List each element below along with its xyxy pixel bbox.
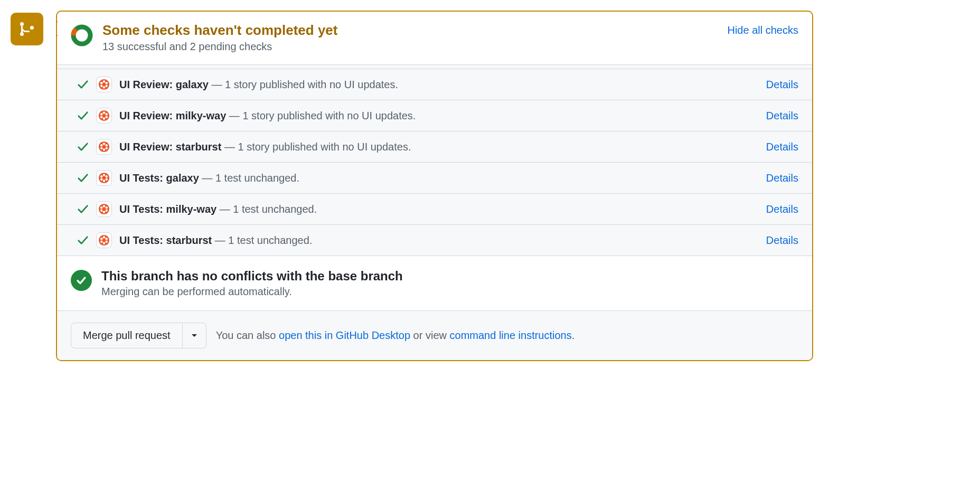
check-app-avatar (96, 232, 112, 248)
command-line-instructions-link[interactable]: command line instructions (450, 329, 572, 341)
check-desc: — 1 test unchanged. (199, 172, 299, 184)
check-desc: — 1 test unchanged. (216, 203, 317, 215)
svg-point-29 (100, 175, 102, 177)
checks-subtitle: 13 successful and 2 pending checks (102, 41, 718, 53)
check-desc: — 1 story published with no UI updates. (226, 110, 416, 121)
timeline-merge-badge (11, 13, 43, 45)
checks-header: Some checks haven't completed yet 13 suc… (57, 12, 812, 64)
check-name: UI Tests: starburst (119, 234, 212, 246)
check-success-icon (77, 172, 89, 184)
check-row: UI Review: galaxy — 1 story published wi… (57, 69, 812, 100)
check-app-avatar (96, 139, 112, 155)
merge-pull-request-button[interactable]: Merge pull request (71, 323, 183, 348)
merge-status-subtitle: Merging can be performed automatically. (101, 286, 403, 298)
check-app-avatar (96, 201, 112, 217)
hint-suffix: . (572, 329, 575, 341)
success-circle-icon (71, 270, 92, 291)
check-name: UI Tests: milky-way (119, 203, 216, 215)
check-text: UI Tests: milky-way — 1 test unchanged. (119, 203, 759, 215)
check-details-link[interactable]: Details (766, 203, 798, 215)
merge-button-group: Merge pull request (71, 323, 206, 348)
svg-point-3 (103, 80, 105, 82)
chromatic-icon (98, 203, 110, 215)
check-details-link[interactable]: Details (766, 141, 798, 153)
check-desc: — 1 test unchanged. (212, 234, 312, 246)
chromatic-icon (98, 141, 110, 153)
svg-point-21 (100, 147, 102, 149)
check-name: UI Review: milky-way (119, 110, 226, 121)
svg-point-32 (106, 206, 108, 209)
svg-point-17 (103, 143, 105, 145)
hint-prefix: You can also (216, 329, 279, 341)
check-row: UI Review: milky-way — 1 story published… (57, 100, 812, 131)
svg-point-11 (106, 113, 108, 115)
check-success-icon (77, 234, 89, 246)
svg-point-41 (103, 242, 105, 244)
check-details-link[interactable]: Details (766, 234, 798, 247)
check-text: UI Tests: galaxy — 1 test unchanged. (119, 172, 759, 184)
svg-point-38 (103, 236, 105, 238)
svg-point-12 (106, 116, 108, 118)
svg-point-35 (100, 210, 102, 212)
svg-point-19 (106, 147, 108, 149)
checks-donut-icon (71, 24, 93, 46)
check-text: UI Review: starburst — 1 story published… (119, 141, 759, 153)
merge-panel: Some checks haven't completed yet 13 suc… (56, 11, 813, 361)
check-text: UI Review: galaxy — 1 story published wi… (119, 79, 759, 91)
svg-point-28 (100, 178, 102, 181)
check-app-avatar (96, 77, 112, 92)
chromatic-icon (98, 234, 110, 246)
svg-point-18 (106, 144, 108, 146)
svg-point-14 (100, 116, 102, 118)
check-name: UI Review: galaxy (119, 79, 209, 90)
check-text: UI Tests: starburst — 1 test unchanged. (119, 234, 759, 247)
chromatic-icon (98, 79, 110, 90)
svg-point-6 (103, 86, 105, 88)
check-row: UI Tests: milky-way — 1 test unchanged. … (57, 194, 812, 225)
svg-point-42 (100, 241, 102, 243)
open-github-desktop-link[interactable]: open this in GitHub Desktop (279, 329, 410, 341)
check-success-icon (77, 203, 89, 215)
check-desc: — 1 story published with no UI updates. (209, 79, 398, 90)
check-app-avatar (96, 170, 112, 186)
check-success-icon (77, 141, 89, 153)
svg-point-10 (103, 111, 105, 114)
svg-point-33 (106, 210, 108, 212)
svg-point-4 (106, 82, 108, 84)
svg-point-36 (100, 206, 102, 209)
chromatic-icon (98, 172, 110, 184)
svg-point-31 (103, 205, 105, 207)
svg-point-22 (100, 144, 102, 146)
svg-point-13 (103, 117, 105, 119)
checks-list-top-sliver (57, 65, 812, 69)
check-row: UI Tests: starburst — 1 test unchanged. … (57, 225, 812, 256)
svg-point-5 (106, 85, 108, 87)
check-row: UI Tests: galaxy — 1 test unchanged. Det… (57, 163, 812, 194)
check-text: UI Review: milky-way — 1 story published… (119, 110, 759, 122)
hint-mid: or view (410, 329, 449, 341)
git-merge-icon (18, 21, 35, 37)
check-details-link[interactable]: Details (766, 110, 798, 122)
svg-point-39 (106, 238, 108, 240)
svg-point-8 (100, 82, 102, 84)
merge-conflict-status: This branch has no conflicts with the ba… (57, 256, 812, 311)
merge-options-dropdown-button[interactable] (183, 323, 206, 348)
check-details-link[interactable]: Details (766, 79, 798, 91)
check-app-avatar (96, 108, 112, 124)
check-row: UI Review: starburst — 1 story published… (57, 131, 812, 163)
merge-actions-bar: Merge pull request You can also open thi… (57, 311, 812, 360)
check-name: UI Tests: galaxy (119, 172, 199, 184)
check-success-icon (77, 110, 89, 121)
svg-point-40 (106, 241, 108, 243)
svg-point-25 (106, 175, 108, 177)
chromatic-icon (98, 110, 110, 121)
merge-hint-text: You can also open this in GitHub Desktop… (216, 329, 575, 342)
svg-point-26 (106, 178, 108, 181)
check-success-icon (77, 79, 89, 90)
checks-list: UI Review: galaxy — 1 story published wi… (57, 64, 812, 256)
hide-all-checks-link[interactable]: Hide all checks (727, 24, 798, 36)
caret-down-icon (191, 334, 197, 338)
checks-title: Some checks haven't completed yet (102, 22, 718, 39)
check-details-link[interactable]: Details (766, 172, 798, 184)
svg-point-43 (100, 238, 102, 240)
